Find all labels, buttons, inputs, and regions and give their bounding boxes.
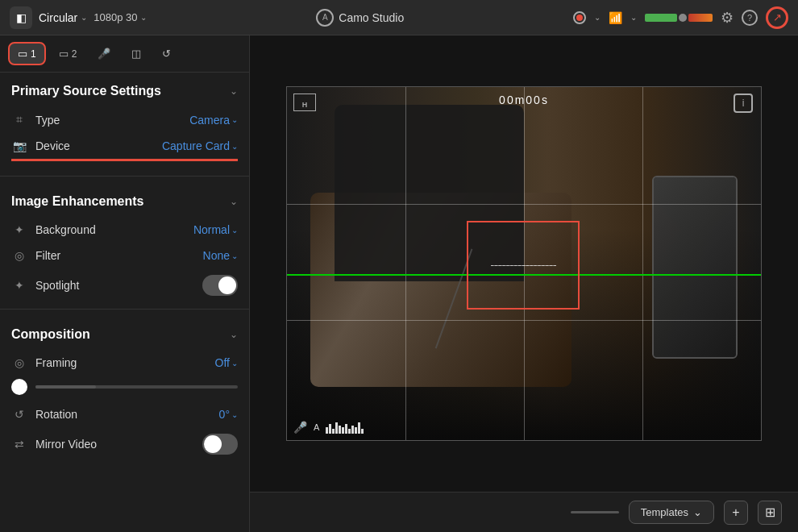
right-panel: 00m00s i H 🎤 A bbox=[250, 35, 798, 532]
primary-source-collapse-icon[interactable]: ⌄ bbox=[230, 85, 238, 97]
add-button[interactable]: + bbox=[724, 501, 748, 525]
top-bar-left: ◧ Circular ⌄ 1080p 30 ⌄ bbox=[10, 6, 147, 29]
rotation-value: 0° bbox=[219, 408, 230, 421]
histogram-icon[interactable]: H bbox=[293, 94, 316, 111]
audio-bar-6 bbox=[342, 427, 344, 434]
add-icon: + bbox=[732, 505, 739, 520]
spotlight-row: ✦ Spotlight bbox=[0, 268, 249, 302]
framing-icon: ◎ bbox=[11, 356, 27, 369]
background-chevron-icon: ⌄ bbox=[231, 226, 238, 235]
app-icon: ◧ bbox=[10, 6, 32, 29]
top-bar-right: ⌄ 📶 ⌄ ⚙ ? ↗ bbox=[573, 6, 788, 29]
resolution-badge[interactable]: 1080p 30 ⌄ bbox=[94, 11, 147, 23]
tab-camera-1[interactable]: ▭ 1 bbox=[8, 42, 46, 65]
mirror-icon: ⇄ bbox=[11, 438, 27, 451]
source-chevron-icon: ⌄ bbox=[81, 13, 87, 22]
rotation-icon: ↺ bbox=[11, 408, 27, 421]
tablet-screen bbox=[654, 177, 736, 358]
audio-bar-11 bbox=[358, 422, 360, 434]
video-frame: 00m00s i H 🎤 A bbox=[286, 86, 762, 441]
framing-value-selector[interactable]: Off ⌄ bbox=[215, 356, 238, 369]
audio-bar-7 bbox=[345, 424, 347, 434]
slider-handle[interactable] bbox=[11, 379, 27, 395]
device-value-selector[interactable]: Capture Card ⌄ bbox=[162, 139, 238, 152]
framing-slider-row bbox=[0, 376, 249, 401]
type-value: Camera bbox=[189, 114, 230, 127]
audio-bar-4 bbox=[335, 422, 338, 434]
audio-bar-12 bbox=[361, 429, 364, 434]
record-status-icon[interactable] bbox=[573, 11, 586, 24]
sidebar-tabs: ▭ 1 ▭ 2 🎤 ◫ ↺ bbox=[0, 35, 249, 73]
divider-2 bbox=[0, 309, 249, 310]
filter-value-selector[interactable]: None ⌄ bbox=[203, 249, 238, 262]
rotation-value-selector[interactable]: 0° ⌄ bbox=[219, 408, 238, 421]
filter-label: Filter bbox=[35, 249, 195, 262]
rotation-label: Rotation bbox=[35, 408, 211, 421]
source-name: Circular bbox=[39, 11, 77, 24]
audio-bar-3 bbox=[332, 429, 335, 434]
resolution-chevron-icon: ⌄ bbox=[140, 13, 147, 22]
bottom-toolbar: Templates ⌄ + ⊞ bbox=[250, 492, 798, 532]
top-bar-center: A Camo Studio bbox=[316, 9, 404, 27]
composition-collapse-icon[interactable]: ⌄ bbox=[230, 329, 238, 340]
image-enhancements-title: Image Enhancements bbox=[11, 194, 144, 209]
templates-button[interactable]: Templates ⌄ bbox=[629, 501, 714, 524]
spotlight-toggle[interactable] bbox=[202, 275, 238, 296]
primary-source-title: Primary Source Settings bbox=[11, 84, 161, 98]
settings-gear-icon[interactable]: ⚙ bbox=[721, 9, 734, 27]
slider-track[interactable] bbox=[35, 385, 238, 389]
video-info-button[interactable]: i bbox=[734, 94, 753, 113]
spotlight-toggle-knob bbox=[218, 276, 236, 294]
device-row: 📷 Device Capture Card ⌄ bbox=[0, 133, 249, 159]
type-row: ⌗ Type Camera ⌄ bbox=[0, 106, 249, 133]
expand-button[interactable]: ↗ bbox=[766, 6, 788, 29]
primary-source-section: Primary Source Settings ⌄ bbox=[0, 73, 249, 106]
background-icon: ✦ bbox=[11, 223, 27, 236]
battery-orange-segment bbox=[688, 14, 713, 22]
divider-1 bbox=[0, 176, 249, 177]
framing-value: Off bbox=[215, 356, 230, 369]
rotation-chevron-icon: ⌄ bbox=[231, 410, 238, 419]
battery-green-segment bbox=[645, 14, 677, 22]
refresh-icon: ↺ bbox=[162, 48, 171, 60]
type-chevron-icon: ⌄ bbox=[231, 115, 238, 124]
audio-bar-1 bbox=[326, 427, 328, 434]
audio-bar-10 bbox=[355, 427, 357, 434]
record-chevron-icon: ⌄ bbox=[594, 13, 601, 22]
grid-icon: ⊞ bbox=[765, 505, 775, 520]
bottom-line-separator bbox=[571, 511, 619, 513]
grid-view-button[interactable]: ⊞ bbox=[758, 501, 782, 525]
microphone-icon: 🎤 bbox=[98, 48, 110, 60]
tab-refresh[interactable]: ↺ bbox=[154, 44, 179, 64]
filter-row: ◎ Filter None ⌄ bbox=[0, 243, 249, 268]
type-value-selector[interactable]: Camera ⌄ bbox=[189, 114, 238, 127]
filter-icon: ◎ bbox=[11, 249, 27, 262]
tab-layers[interactable]: ◫ bbox=[123, 44, 149, 64]
device-chevron-icon: ⌄ bbox=[231, 142, 238, 151]
source-selector[interactable]: Circular ⌄ bbox=[39, 11, 87, 24]
sidebar: ▭ 1 ▭ 2 🎤 ◫ ↺ Primary Source Settings ⌄ bbox=[0, 35, 250, 532]
signal-chevron-icon: ⌄ bbox=[630, 13, 637, 22]
torso-area bbox=[335, 105, 524, 281]
background-value-selector[interactable]: Normal ⌄ bbox=[193, 223, 238, 236]
camo-logo: A bbox=[316, 9, 334, 27]
filter-value: None bbox=[203, 249, 230, 262]
type-label: Type bbox=[35, 114, 181, 127]
tab-camera-2[interactable]: ▭ 2 bbox=[51, 44, 85, 64]
device-value: Capture Card bbox=[162, 139, 230, 152]
tab-microphone[interactable]: 🎤 bbox=[89, 44, 118, 64]
battery-dot bbox=[679, 14, 687, 22]
app-title: Camo Studio bbox=[339, 11, 404, 24]
image-enhancements-collapse-icon[interactable]: ⌄ bbox=[230, 196, 238, 207]
mirror-toggle[interactable] bbox=[202, 434, 238, 455]
layers-icon: ◫ bbox=[131, 48, 141, 60]
help-button[interactable]: ? bbox=[742, 10, 758, 26]
top-bar: ◧ Circular ⌄ 1080p 30 ⌄ A Camo Studio ⌄ … bbox=[0, 0, 798, 35]
video-bottom-bar: 🎤 A bbox=[293, 421, 364, 434]
audio-bar-2 bbox=[329, 424, 331, 434]
device-icon: 📷 bbox=[11, 139, 27, 152]
composition-section: Composition ⌄ bbox=[0, 316, 249, 350]
audio-bar-8 bbox=[348, 429, 351, 434]
templates-chevron-icon: ⌄ bbox=[693, 506, 702, 518]
rotation-row: ↺ Rotation 0° ⌄ bbox=[0, 401, 249, 427]
